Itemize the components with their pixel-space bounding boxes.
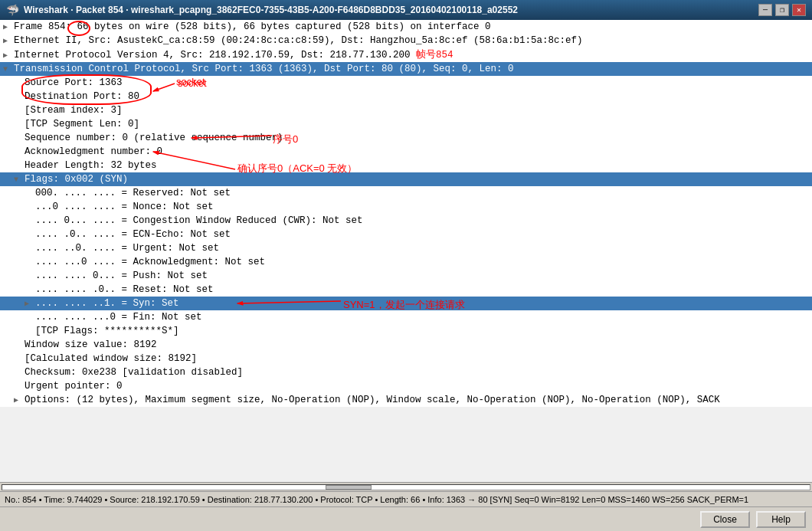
packet-row-ethernet[interactable]: ▶Ethernet II, Src: AsustekC_ca:c8:59 (00…: [0, 34, 812, 48]
row-text-ethernet: Ethernet II, Src: AsustekC_ca:c8:59 (00:…: [14, 35, 809, 46]
row-text-push: .... .... 0... = Push: Not set: [35, 270, 809, 281]
packet-row-win_size[interactable]: Window size value: 8192: [0, 338, 812, 352]
help-button[interactable]: Help: [756, 511, 806, 528]
packet-row-options[interactable]: ▶Options: (12 bytes), Maximum segment si…: [0, 393, 812, 407]
row-text-win_size: Window size value: 8192: [25, 339, 809, 350]
window-title: Wireshark · Packet 854 · wireshark_pcapn…: [24, 5, 518, 15]
row-text-urgent_ptr: Urgent pointer: 0: [25, 381, 809, 392]
horizontal-scrollbar[interactable]: [0, 482, 812, 491]
packet-row-stream_idx[interactable]: [Stream index: 3]: [0, 103, 812, 117]
title-bar: 🦈 Wireshark · Packet 854 · wireshark_pca…: [0, 0, 812, 20]
close-dialog-button[interactable]: Close: [700, 511, 750, 528]
row-text-options: Options: (12 bytes), Maximum segment siz…: [25, 395, 809, 405]
packet-row-cwr[interactable]: .... 0... .... = Congestion Window Reduc…: [0, 214, 812, 228]
packet-row-tcp_flags[interactable]: [TCP Flags: **********S*]: [0, 324, 812, 338]
packet-row-urgent_ptr[interactable]: Urgent pointer: 0: [0, 379, 812, 393]
row-text-ip: Internet Protocol Version 4, Src: 218.19…: [14, 48, 809, 61]
packet-row-ack_num[interactable]: Acknowledgment number: 0: [0, 145, 812, 159]
packet-row-seq_num[interactable]: Sequence number: 0 (relative sequence nu…: [0, 131, 812, 145]
expand-arrow-ip[interactable]: ▶: [3, 51, 14, 60]
packet-row-frame[interactable]: ▶Frame 854: 66 bytes on wire (528 bits),…: [0, 20, 812, 34]
row-text-src_port: Source Port: 1363: [25, 77, 809, 88]
packet-row-reset[interactable]: .... .... .0.. = Reset: Not set: [0, 283, 812, 297]
packet-detail-pane[interactable]: ▶Frame 854: 66 bytes on wire (528 bits),…: [0, 20, 812, 407]
close-button[interactable]: ✕: [792, 4, 806, 16]
frame-num-label: 帧号854: [416, 50, 453, 61]
packet-row-hdr_len[interactable]: Header Length: 32 bytes: [0, 159, 812, 172]
status-bar: No.: 854 • Time: 9.744029 • Source: 218.…: [0, 491, 812, 506]
row-text-dst_port: Destination Port: 80: [25, 91, 809, 102]
row-text-ack: .... ...0 .... = Acknowledgment: Not set: [35, 257, 809, 267]
row-text-syn: .... .... ..1. = Syn: Set: [35, 298, 809, 309]
main-window: 🦈 Wireshark · Packet 854 · wireshark_pca…: [0, 0, 812, 531]
row-text-flags: Flags: 0x002 (SYN): [25, 174, 809, 185]
row-text-ecn_echo: .... .0.. .... = ECN-Echo: Not set: [35, 229, 809, 240]
expand-arrow-syn[interactable]: ▶: [25, 299, 35, 308]
packet-detail-wrapper: ▶Frame 854: 66 bytes on wire (528 bits),…: [0, 20, 812, 482]
packet-row-flags[interactable]: ▼Flags: 0x002 (SYN): [0, 172, 812, 186]
packet-row-checksum[interactable]: Checksum: 0xe238 [validation disabled]: [0, 365, 812, 379]
row-text-ack_num: Acknowledgment number: 0: [25, 146, 809, 157]
packet-row-nonce[interactable]: ...0 .... .... = Nonce: Not set: [0, 200, 812, 214]
title-bar-left: 🦈 Wireshark · Packet 854 · wireshark_pca…: [6, 4, 518, 17]
row-text-hdr_len: Header Length: 32 bytes: [25, 160, 809, 171]
app-icon: 🦈: [6, 4, 19, 17]
row-text-reset: .... .... .0.. = Reset: Not set: [35, 284, 809, 295]
packet-row-calc_win[interactable]: [Calculated window size: 8192]: [0, 352, 812, 365]
main-content: ▶Frame 854: 66 bytes on wire (528 bits),…: [0, 20, 812, 531]
packet-row-push[interactable]: .... .... 0... = Push: Not set: [0, 269, 812, 283]
row-text-tcp_flags: [TCP Flags: **********S*]: [35, 326, 809, 336]
packet-row-ip[interactable]: ▶Internet Protocol Version 4, Src: 218.1…: [0, 48, 812, 62]
packet-row-ecn_echo[interactable]: .... .0.. .... = ECN-Echo: Not set: [0, 228, 812, 241]
packet-row-tcp[interactable]: ▼Transmission Control Protocol, Src Port…: [0, 62, 812, 76]
row-text-fin: .... .... ...0 = Fin: Not set: [35, 312, 809, 323]
row-text-nonce: ...0 .... .... = Nonce: Not set: [35, 202, 809, 212]
packet-row-syn[interactable]: ▶.... .... ..1. = Syn: Set: [0, 297, 812, 310]
packet-row-ack[interactable]: .... ...0 .... = Acknowledgment: Not set: [0, 255, 812, 269]
button-bar: Close Help: [0, 506, 812, 531]
row-text-seg_len: [TCP Segment Len: 0]: [25, 119, 809, 129]
expand-arrow-flags[interactable]: ▼: [14, 175, 25, 184]
scrollbar-thumb[interactable]: [326, 485, 372, 490]
scrollbar-track[interactable]: [2, 484, 810, 490]
row-text-seq_num: Sequence number: 0 (relative sequence nu…: [25, 133, 809, 143]
expand-arrow-options[interactable]: ▶: [14, 395, 25, 405]
restore-button[interactable]: ❐: [775, 4, 789, 16]
row-text-cwr: .... 0... .... = Congestion Window Reduc…: [35, 215, 809, 226]
packet-row-urgent[interactable]: .... ..0. .... = Urgent: Not set: [0, 241, 812, 255]
packet-row-dst_port[interactable]: Destination Port: 80: [0, 90, 812, 103]
row-text-reserved: 000. .... .... = Reserved: Not set: [35, 188, 809, 198]
packet-row-src_port[interactable]: Source Port: 1363: [0, 76, 812, 90]
row-text-urgent: .... ..0. .... = Urgent: Not set: [35, 243, 809, 254]
row-text-calc_win: [Calculated window size: 8192]: [25, 353, 809, 364]
row-text-frame: Frame 854: 66 bytes on wire (528 bits), …: [14, 21, 809, 32]
expand-arrow-ethernet[interactable]: ▶: [3, 36, 14, 45]
expand-arrow-frame[interactable]: ▶: [3, 22, 14, 31]
title-bar-controls: ─ ❐ ✕: [758, 4, 806, 16]
status-text: No.: 854 • Time: 9.744029 • Source: 218.…: [5, 495, 748, 504]
packet-row-seg_len[interactable]: [TCP Segment Len: 0]: [0, 117, 812, 131]
packet-row-fin[interactable]: .... .... ...0 = Fin: Not set: [0, 310, 812, 324]
packet-row-reserved[interactable]: 000. .... .... = Reserved: Not set: [0, 186, 812, 200]
minimize-button[interactable]: ─: [758, 4, 772, 16]
expand-arrow-tcp[interactable]: ▼: [3, 65, 14, 74]
row-text-stream_idx: [Stream index: 3]: [25, 105, 809, 116]
row-text-checksum: Checksum: 0xe238 [validation disabled]: [25, 367, 809, 378]
row-text-tcp: Transmission Control Protocol, Src Port:…: [14, 64, 809, 74]
